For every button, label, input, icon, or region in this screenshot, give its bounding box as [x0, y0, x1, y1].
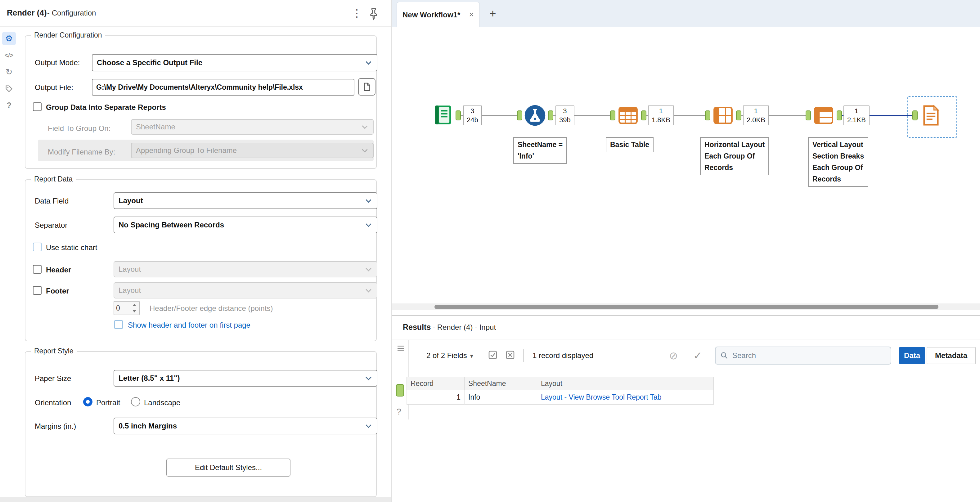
refresh-icon[interactable]: ↻ [2, 65, 16, 79]
input-data-tool[interactable] [431, 103, 454, 127]
output-mode-dropdown[interactable]: Choose a Specific Output File [92, 54, 377, 71]
edge-distance-spinner[interactable] [114, 301, 140, 315]
chevron-down-icon [362, 147, 368, 153]
use-static-chart-checkbox[interactable] [33, 243, 41, 251]
scrollbar-thumb[interactable] [434, 305, 939, 309]
spin-up-icon[interactable] [130, 302, 138, 308]
search-box[interactable] [715, 346, 891, 365]
fields-summary-dropdown[interactable]: 2 of 2 Fields▾ [426, 351, 473, 360]
chevron-down-icon [366, 59, 371, 65]
data-size: 39b [559, 115, 571, 124]
list-icon[interactable] [396, 344, 405, 354]
report-data-group: Report Data Data Field Layout Separator … [25, 180, 377, 341]
output-anchor[interactable] [736, 110, 741, 121]
record-count: 1 [847, 106, 866, 115]
chevron-down-icon [366, 265, 371, 271]
metadata-view-button[interactable]: Metadata [927, 347, 976, 364]
input-anchor[interactable] [517, 110, 522, 121]
input-anchor-button[interactable] [396, 384, 404, 397]
flask-icon [523, 103, 547, 127]
input-anchor[interactable] [806, 110, 811, 121]
table-row[interactable]: 1 Info Layout - View Browse Tool Report … [407, 390, 714, 405]
column-header[interactable]: SheetName [464, 376, 537, 390]
margins-dropdown[interactable]: 0.5 inch Margins [114, 418, 377, 434]
cancel-icon[interactable]: ⊘ [669, 349, 678, 362]
tool-annotation[interactable]: SheetName = 'Info' [513, 137, 567, 164]
show-header-footer-checkbox[interactable] [114, 320, 123, 329]
spin-down-icon[interactable] [130, 308, 138, 314]
data-size: 1.8KB [652, 115, 670, 124]
tag-icon[interactable] [2, 82, 16, 95]
config-scrollbar-track[interactable] [0, 497, 391, 502]
browse-file-button[interactable] [358, 78, 375, 95]
kebab-menu-icon[interactable]: ⋮ [351, 7, 363, 19]
separator-dropdown[interactable]: No Spacing Between Records [114, 216, 377, 233]
data-size: 2.1KB [847, 115, 866, 124]
header-checkbox[interactable] [33, 265, 41, 274]
output-mode-label: Output Mode: [35, 58, 80, 67]
gear-icon[interactable]: ⚙ [2, 32, 16, 45]
workflow-canvas[interactable]: 3 24b 3 39b 1 1.8KB 1 2.0KB 1 2.1KB Shee… [392, 28, 980, 315]
tool-annotation[interactable]: Horizontal Layout Each Group Of Records [700, 137, 769, 175]
orientation-label: Orientation [35, 399, 71, 407]
connection-progress: 1 2.1KB [843, 105, 870, 126]
output-file-input[interactable] [92, 79, 355, 95]
new-tab-button[interactable]: + [485, 6, 500, 21]
select-fields-icon[interactable] [488, 350, 498, 361]
portrait-radio[interactable] [83, 397, 92, 407]
show-header-footer-label: Show header and footer on first page [128, 321, 250, 329]
footer-checkbox[interactable] [33, 286, 41, 295]
data-field-label: Data Field [35, 197, 68, 205]
edge-distance-label: Header/Footer edge distance (points) [150, 304, 273, 313]
close-icon[interactable]: × [469, 10, 474, 19]
deselect-fields-icon[interactable] [505, 350, 515, 361]
output-anchor[interactable] [641, 110, 646, 121]
header-dropdown: Layout [114, 261, 377, 277]
workflow-tab[interactable]: New Workflow1* × [396, 2, 480, 27]
render-document-icon [919, 103, 943, 127]
formula-tool[interactable] [523, 103, 547, 127]
input-anchor[interactable] [705, 110, 710, 121]
vertical-layout-tool[interactable] [812, 103, 835, 127]
workflow-tab-label: New Workflow1* [402, 11, 460, 19]
use-static-chart-label: Use static chart [46, 243, 97, 252]
results-title: Results [403, 322, 431, 332]
edge-distance-input[interactable] [116, 302, 130, 314]
modify-filename-label: Modify Filename By: [48, 148, 115, 156]
output-anchor[interactable] [548, 110, 553, 121]
tool-annotation[interactable]: Basic Table [606, 137, 654, 153]
output-anchor[interactable] [455, 110, 461, 121]
help-icon[interactable]: ? [2, 98, 16, 112]
landscape-radio[interactable] [131, 397, 140, 407]
group-data-checkbox[interactable] [33, 102, 41, 111]
paper-size-dropdown[interactable]: Letter (8.5" x 11") [114, 370, 377, 387]
data-view-button[interactable]: Data [899, 347, 925, 364]
input-anchor[interactable] [912, 110, 918, 121]
basic-table-tool[interactable] [616, 103, 640, 127]
data-field-dropdown[interactable]: Layout [114, 192, 377, 209]
tool-annotation[interactable]: Vertical Layout Section Breaks Each Grou… [808, 137, 868, 187]
pin-icon[interactable] [367, 7, 380, 21]
footer-dropdown: Layout [114, 282, 377, 299]
results-header: Results - Render (4) - Input [392, 316, 980, 340]
help-icon[interactable]: ? [396, 407, 401, 417]
connection-progress: 1 1.8KB [648, 105, 674, 126]
output-anchor[interactable] [837, 110, 842, 121]
horizontal-layout-tool[interactable] [711, 103, 735, 127]
records-displayed-text: 1 record displayed [533, 351, 593, 360]
edit-default-styles-button[interactable]: Edit Default Styles... [166, 459, 291, 477]
input-anchor[interactable] [610, 110, 616, 121]
apply-check-icon[interactable]: ✓ [693, 349, 702, 362]
layout-icon [812, 103, 835, 127]
render-tool[interactable] [919, 103, 943, 127]
canvas-horizontal-scrollbar[interactable] [392, 303, 980, 310]
record-cell: 1 [407, 390, 464, 405]
table-icon [616, 103, 640, 127]
column-header[interactable]: Record [407, 376, 464, 390]
search-input[interactable] [732, 351, 875, 360]
layout-report-link[interactable]: Layout - View Browse Tool Report Tab [537, 390, 714, 405]
code-icon[interactable]: </> [2, 48, 16, 62]
record-count: 1 [652, 106, 670, 115]
column-header[interactable]: Layout [537, 376, 714, 390]
connection-progress: 1 2.0KB [743, 105, 769, 126]
